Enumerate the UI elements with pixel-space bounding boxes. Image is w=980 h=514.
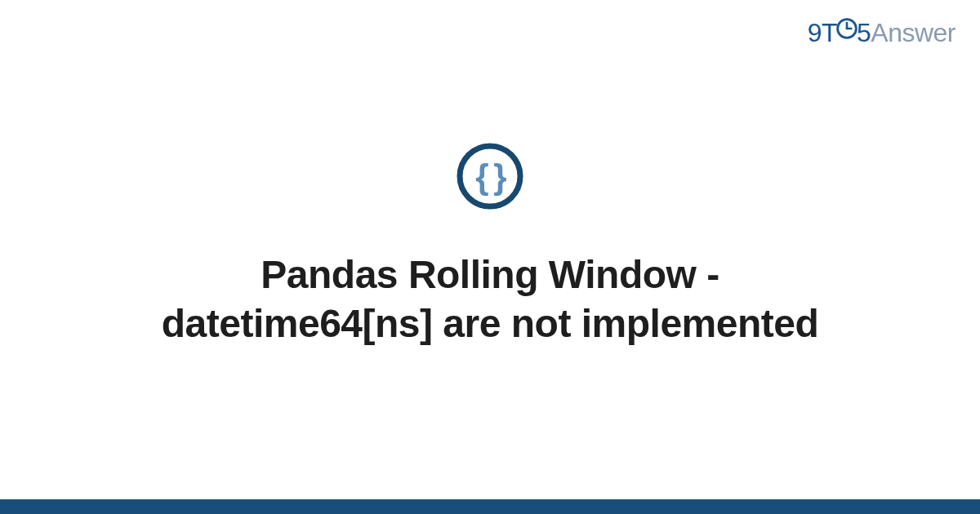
footer-bar <box>0 499 980 514</box>
braces-icon: { } <box>456 142 524 210</box>
page-title: Pandas Rolling Window - datetime64[ns] a… <box>122 250 858 348</box>
main-content: { } Pandas Rolling Window - datetime64[n… <box>0 0 980 514</box>
topic-icon-wrapper: { } <box>456 142 524 214</box>
svg-text:{ }: { } <box>475 157 506 196</box>
